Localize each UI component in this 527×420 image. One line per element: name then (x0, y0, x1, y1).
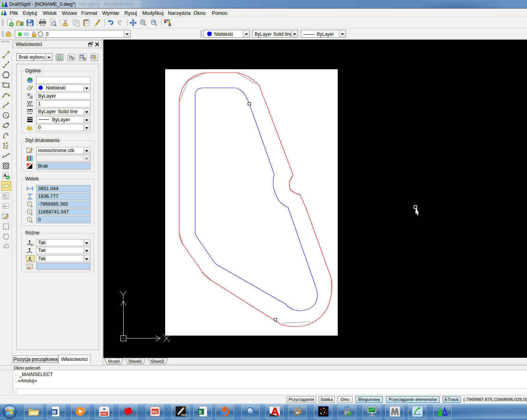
svg-text:z: z (31, 220, 33, 223)
svg-text:X: X (199, 410, 202, 415)
svg-text:z: z (418, 410, 420, 414)
svg-text:A: A (3, 193, 6, 197)
svg-text:Sheet2: Sheet2 (151, 359, 164, 364)
svg-text:x: x (31, 205, 33, 208)
svg-text:W: W (52, 410, 56, 415)
svg-text:PRO: PRO (181, 414, 187, 416)
svg-text:A: A (168, 23, 171, 27)
svg-text:EQ: EQ (152, 410, 157, 414)
svg-text:0,0: 0,0 (30, 244, 34, 246)
svg-text:Model: Model (108, 359, 120, 364)
svg-text:PDF: PDF (101, 412, 107, 416)
svg-text:s: s (444, 410, 445, 415)
svg-text:y: y (31, 213, 33, 215)
svg-text:Sheet1: Sheet1 (129, 359, 142, 364)
svg-text:A: A (3, 204, 6, 208)
